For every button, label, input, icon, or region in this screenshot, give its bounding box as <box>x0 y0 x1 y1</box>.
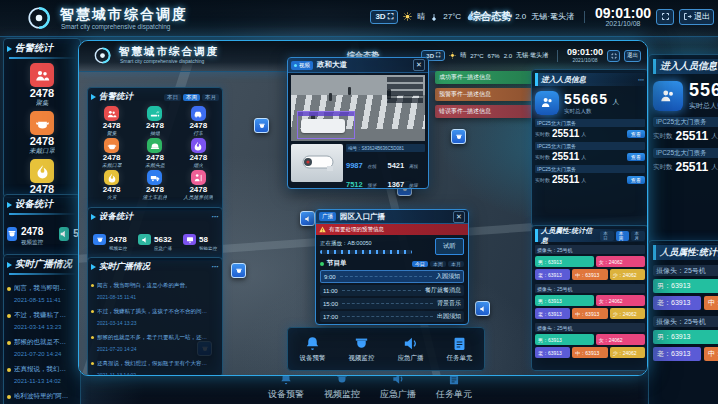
broadcast-popup: 广播 园区入口广播 ✕ 有需要处理的预警信息 正在播放：AB:00050 试听 … <box>315 209 469 325</box>
emergency-broadcast-tool[interactable]: 应急广播 <box>398 335 424 363</box>
alarm-card[interactable]: 2478烟火 <box>178 138 219 168</box>
alarm-card[interactable]: 2478火灾 <box>91 170 132 200</box>
close-icon[interactable]: ✕ <box>413 59 425 71</box>
alarm-card[interactable]: 2478行车 <box>178 106 219 136</box>
attr-tag[interactable]: 老：63913 <box>653 347 701 361</box>
device-alert-tool[interactable]: 设备预警 <box>300 335 326 363</box>
device-stat[interactable]: 5632应急广播 <box>138 228 172 251</box>
tab-today[interactable]: 本日 <box>600 231 614 241</box>
attr-tag[interactable]: 女：24062 <box>596 334 645 345</box>
broadcast-item[interactable]: 那猴的也就是不多，老子只要粘儿一站，还最2气怎2021-07-20 14:24 <box>7 333 77 357</box>
device-stat[interactable]: 2478视频监控 <box>93 228 127 251</box>
fullscreen-button[interactable] <box>656 9 674 25</box>
video-feed[interactable] <box>291 75 425 141</box>
view-button[interactable]: 查看 <box>627 153 645 161</box>
tab-today[interactable]: 今日 <box>412 261 428 267</box>
close-icon[interactable]: ✕ <box>453 211 465 223</box>
attr-tag[interactable]: 老：63913 <box>653 296 701 310</box>
logout-button[interactable]: 退出 <box>624 50 641 62</box>
attr-tag[interactable]: 老：63913 <box>535 347 570 358</box>
tab-week[interactable]: 本周 <box>616 231 630 241</box>
program-row[interactable]: 11:00餐厅就餐消息 <box>320 285 464 296</box>
tab-week[interactable]: 本周 <box>430 261 446 267</box>
camera-group-header: 摄像头：25号机 <box>535 245 645 254</box>
people-row[interactable]: IPC25北大门票务 实时数25511人 查看 <box>535 119 645 139</box>
alert-banner[interactable]: 有需要处理的预警信息 <box>316 224 468 235</box>
people-row[interactable]: IPC25北大门票务 实时数25511人 查看 <box>535 165 645 185</box>
video-monitor-tool[interactable]: 视频监控 <box>324 372 360 401</box>
device-stat[interactable]: 2478 视频监控 5632 <box>7 221 77 246</box>
more-icon[interactable]: ⋯ <box>638 76 645 83</box>
playback-progress[interactable] <box>320 250 412 254</box>
attr-tag[interactable]: 中：63913 <box>572 308 607 319</box>
success-toast[interactable]: 成功事件--描述信息› <box>435 71 545 84</box>
people-row[interactable]: IPC25北大门票务 实时数 25511 人 查看 <box>653 148 718 174</box>
view-button[interactable]: 查看 <box>627 176 645 184</box>
attr-tag[interactable]: 少：24062 <box>610 308 645 319</box>
more-icon[interactable]: ⋯ <box>211 263 219 271</box>
attr-tag[interactable]: 男：63913 <box>653 330 718 344</box>
attr-tag[interactable]: 少：24062 <box>610 269 645 280</box>
alarm-card[interactable]: 2478未戴头盔 <box>134 138 175 168</box>
fullscreen-button[interactable] <box>607 50 620 62</box>
attr-tag[interactable]: 女：24062 <box>596 295 645 306</box>
speaker-marker[interactable] <box>475 301 490 316</box>
video-monitor-tool[interactable]: 视频监控 <box>349 335 375 363</box>
view-button[interactable]: 查看 <box>627 130 645 138</box>
broadcast-item[interactable]: 那猴的也就是不多，老子只要粘儿一站，还最2气怎2021-07-20 14:24 <box>91 328 219 352</box>
alarm-card[interactable]: 2478人员越界侦测 <box>178 170 219 200</box>
attr-tag[interactable]: 老：63913 <box>535 269 570 280</box>
tab-month[interactable]: 本月 <box>448 261 464 267</box>
attr-tag[interactable]: 中：63913 <box>572 347 607 358</box>
camera-marker[interactable] <box>231 263 246 278</box>
camera-marker[interactable] <box>451 129 466 144</box>
cube-icon: ⛶ <box>436 52 440 59</box>
view-mode-toggle[interactable]: 3D⛶ <box>370 10 398 24</box>
alarm-card[interactable]: 2478抽烟 <box>134 106 175 136</box>
device-alert-tool[interactable]: 设备预警 <box>268 372 304 401</box>
attr-tag[interactable]: 老：63913 <box>535 308 570 319</box>
device-stat[interactable]: 58智能监控 <box>183 228 217 251</box>
tab-today[interactable]: 本日 <box>164 94 181 101</box>
people-row[interactable]: IPC25北大门票务 实时数25511人 查看 <box>535 142 645 162</box>
tab-month[interactable]: 本月 <box>202 94 219 101</box>
alarm-card[interactable]: 2478渣土车乱停 <box>134 170 175 200</box>
broadcast-item[interactable]: 还真报说，我幻想过，假如瓶子里有个大容量精怪2021-11-13 14:02 <box>91 354 219 376</box>
alarm-card[interactable]: 2478 聚集 <box>7 63 77 108</box>
attr-tag[interactable]: 女：24062 <box>596 256 645 267</box>
camera-marker[interactable] <box>254 118 269 133</box>
total-label: 实时总人数 <box>689 101 718 111</box>
attr-tag[interactable]: 男：63913 <box>535 295 594 306</box>
attr-tag[interactable]: 中：63913 <box>572 269 607 280</box>
attr-tag[interactable]: 男：63913 <box>535 256 594 267</box>
attr-tag[interactable]: 中：63913 <box>704 296 718 310</box>
tab-month[interactable]: 本月 <box>631 231 645 241</box>
alarm-card[interactable]: 2478聚集 <box>91 106 132 136</box>
warning-toast[interactable]: 预警事件--描述信息› <box>435 88 545 101</box>
broadcast-item[interactable]: 还真报说，我幻想过，假如瓶子里有个大容量精怪2021-11-13 14:02 <box>7 360 77 384</box>
more-icon[interactable]: ⋯ <box>211 213 219 221</box>
emergency-broadcast-tool[interactable]: 应急广播 <box>380 372 416 401</box>
broadcast-item[interactable]: 不过，我赚粘了插头，这孩子不合不合的问题？2021-03-14 13:23 <box>7 306 77 330</box>
task-unit-tool[interactable]: 任务单元 <box>436 372 472 401</box>
tab-week[interactable]: 本周 <box>183 94 200 101</box>
attr-tag[interactable]: 男：63913 <box>535 334 594 345</box>
broadcast-item[interactable]: 哈利波特里的"阿尼马格斯"一台自己变形机器，型2021-11-23 13:17 <box>7 387 77 404</box>
program-row[interactable]: 15:00背景音乐 <box>320 298 464 309</box>
logout-button[interactable]: 退出 <box>679 9 714 25</box>
listen-button[interactable]: 试听 <box>435 238 464 255</box>
error-toast[interactable]: 错误事件--描述信息› <box>435 105 545 118</box>
alarm-card[interactable]: 2478未戴口罩 <box>91 138 132 168</box>
task-unit-tool[interactable]: 任务单元 <box>447 335 473 363</box>
speaker-marker[interactable] <box>300 211 315 226</box>
attr-tag[interactable]: 男：63913 <box>653 279 718 293</box>
people-row[interactable]: IPC25北大门票务 实时数 25511 人 查看 <box>653 117 718 143</box>
alarm-card[interactable]: 2478 未戴口罩 <box>7 111 77 156</box>
broadcast-item[interactable]: 闻言，我当即明白，这是小希的声音。2021-08-15 11:41 <box>91 276 219 300</box>
attr-tag[interactable]: 中：63913 <box>704 347 718 361</box>
broadcast-item[interactable]: 不过，我赚粘了插头，这孩子不合不合的问题？2021-03-14 13:23 <box>91 302 219 326</box>
program-row[interactable]: 9:00入园须知 <box>320 270 464 283</box>
attr-tag[interactable]: 少：24062 <box>610 347 645 358</box>
broadcast-item[interactable]: 闻言，我当即明白，这是小希的声音。2021-08-15 11:41 <box>7 279 77 303</box>
program-row[interactable]: 17:00出园须知 <box>320 311 464 322</box>
